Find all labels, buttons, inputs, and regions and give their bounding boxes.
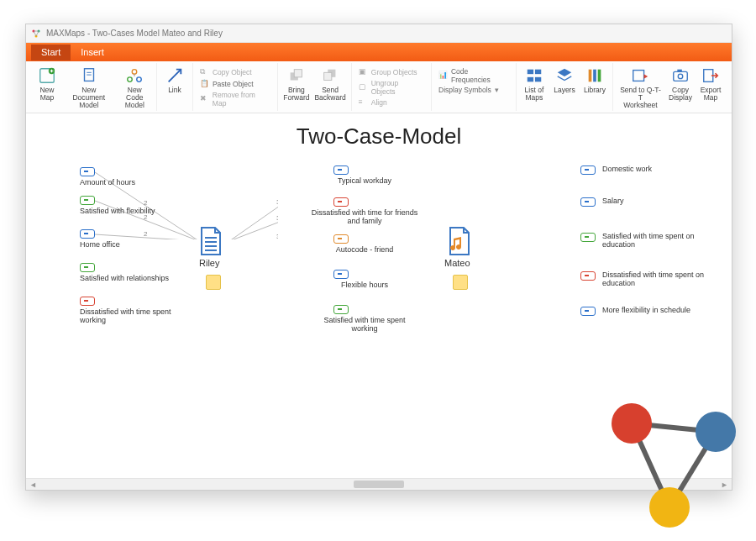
code-r3[interactable] — [580, 271, 596, 281]
group-objects-button[interactable]: ▣Group Objects — [356, 66, 427, 78]
code-label: Dissatisfied with time for friends and f… — [310, 209, 419, 226]
new-document-model-button[interactable]: New DocumentModel — [62, 65, 116, 111]
layers-icon — [555, 66, 574, 85]
layers-button[interactable]: Layers — [549, 65, 580, 96]
tab-start[interactable]: Start — [31, 45, 71, 60]
bring-forward-icon — [287, 66, 306, 85]
memo-mateo[interactable] — [453, 275, 468, 290]
code-label: Satisfied with relationships — [80, 275, 169, 283]
svg-rect-20 — [593, 70, 596, 82]
copy-icon: ⧉ — [200, 67, 210, 77]
scrollbar-thumb[interactable] — [354, 481, 404, 488]
svg-rect-25 — [677, 70, 682, 72]
send-backward-icon — [321, 66, 339, 85]
remove-icon: ✖ — [200, 94, 210, 104]
document-mateo-label[interactable]: Mateo — [444, 258, 470, 268]
svg-rect-23 — [674, 71, 688, 81]
link-button[interactable]: Link — [160, 65, 190, 96]
svg-rect-12 — [294, 70, 302, 77]
code-label: Home office — [80, 241, 120, 249]
code-label: Satisfied with flexibility — [80, 207, 155, 216]
export-map-button[interactable]: ExportMap — [696, 65, 726, 103]
svg-text:2: 2 — [144, 199, 148, 207]
new-map-button[interactable]: NewMap — [32, 65, 62, 103]
align-icon: ≡ — [359, 97, 369, 108]
code-r2[interactable] — [580, 233, 596, 242]
code-l1[interactable] — [80, 196, 95, 205]
scroll-left-icon[interactable]: ◄ — [29, 481, 37, 489]
code-r1[interactable] — [580, 197, 596, 207]
document-mateo[interactable] — [448, 226, 471, 256]
code-label: Domestic work — [602, 165, 652, 174]
code-m0[interactable] — [333, 165, 349, 175]
send-to-qtt-icon — [631, 66, 649, 85]
code-label: Satisfied with time spent working — [310, 317, 419, 334]
library-button[interactable]: Library — [580, 65, 610, 96]
map-title[interactable]: Two-Case-Model — [297, 123, 462, 150]
edges-layer: 22221313131221211111 — [26, 113, 278, 239]
new-code-model-button[interactable]: New CodeModel — [116, 65, 154, 111]
code-model-icon — [125, 66, 144, 85]
code-label: Typical workday — [310, 177, 419, 186]
document-model-icon — [80, 66, 98, 85]
svg-rect-15 — [528, 70, 533, 75]
code-freq-icon: 📊 — [438, 71, 449, 81]
code-m2[interactable] — [333, 234, 349, 244]
copy-display-button[interactable]: CopyDisplay — [665, 65, 696, 103]
code-label: More flexibility in schedule — [602, 307, 690, 315]
library-icon — [585, 66, 604, 85]
svg-point-75 — [696, 412, 736, 452]
svg-text:3: 3 — [276, 214, 278, 222]
align-button[interactable]: ≡Align — [356, 97, 427, 108]
code-m4[interactable] — [333, 305, 349, 314]
group-icon: ▣ — [359, 67, 369, 77]
code-m1[interactable] — [333, 197, 349, 207]
code-label: Flexible hours — [310, 281, 419, 290]
camera-icon — [671, 66, 690, 85]
app-icon — [31, 29, 41, 39]
svg-text:2: 2 — [144, 230, 148, 238]
code-l2[interactable] — [80, 229, 95, 239]
code-label: Autocode - friend — [310, 246, 419, 255]
bring-forward-button[interactable]: BringForward — [281, 65, 312, 103]
new-map-icon — [38, 66, 56, 85]
export-icon — [701, 66, 720, 85]
list-of-maps-button[interactable]: List ofMaps — [519, 65, 549, 103]
ungroup-objects-button[interactable]: ▢Ungroup Objects — [356, 78, 427, 97]
code-m3[interactable] — [333, 270, 349, 279]
ribbon-tabs: Start Insert — [26, 43, 732, 61]
code-frequencies-button[interactable]: 📊Code Frequencies — [436, 66, 512, 85]
code-l0[interactable] — [80, 167, 95, 176]
memo-riley[interactable] — [206, 275, 221, 290]
code-label: Satisfied with time spent on education — [602, 233, 711, 249]
code-r0[interactable] — [580, 165, 596, 175]
svg-point-8 — [133, 70, 138, 75]
code-label: Dissatisfied with time spent on educatio… — [602, 271, 711, 288]
copy-object-button[interactable]: ⧉Copy Object — [197, 66, 273, 78]
svg-rect-16 — [535, 70, 541, 75]
svg-rect-14 — [324, 72, 332, 80]
send-to-qtt-button[interactable]: Send to Q-T-TWorksheet — [616, 65, 665, 111]
svg-rect-18 — [535, 77, 541, 82]
code-l3[interactable] — [80, 263, 95, 272]
code-r4[interactable] — [580, 307, 596, 316]
tab-insert[interactable]: Insert — [71, 45, 114, 60]
code-l4[interactable] — [80, 297, 95, 306]
svg-point-74 — [612, 403, 652, 444]
send-backward-button[interactable]: SendBackward — [312, 65, 348, 103]
document-riley[interactable] — [199, 226, 223, 256]
code-label: Amount of hours — [80, 179, 135, 187]
svg-rect-21 — [598, 70, 601, 82]
svg-point-24 — [678, 74, 683, 79]
paste-object-button[interactable]: 📋Paste Object — [197, 78, 273, 90]
window-title: MAXMaps - Two-Cases Model Mateo and Rile… — [46, 29, 223, 38]
svg-point-76 — [649, 487, 690, 528]
code-label: Dissatisfied with time spent working — [80, 308, 189, 325]
svg-line-41 — [229, 202, 278, 239]
remove-from-map-button[interactable]: ✖Remove from Map — [197, 90, 273, 108]
svg-text:3: 3 — [276, 198, 278, 206]
svg-rect-22 — [633, 71, 644, 81]
document-riley-label[interactable]: Riley — [199, 258, 219, 268]
display-symbols-button[interactable]: Display Symbols▾ — [436, 85, 512, 95]
svg-text:3: 3 — [276, 233, 278, 239]
